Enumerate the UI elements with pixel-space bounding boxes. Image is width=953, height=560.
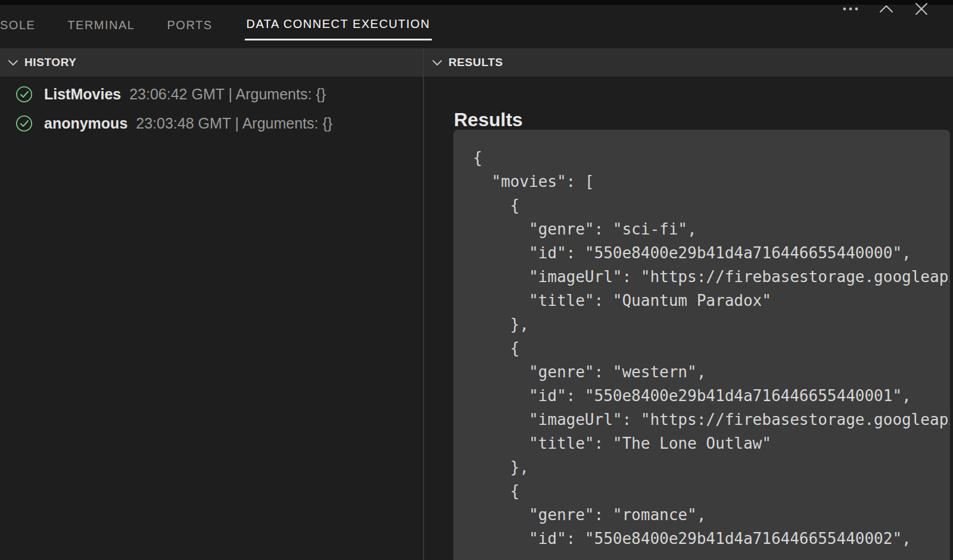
history-item-listmovies[interactable]: ListMovies 23:06:42 GMT | Arguments: {} <box>0 80 423 109</box>
tab-terminal[interactable]: TERMINAL <box>67 5 135 40</box>
tab-data-connect-execution[interactable]: DATA CONNECT EXECUTION <box>245 5 432 40</box>
data-connect-execution-view: HISTORY ListMovies 23:06:42 GMT | Argume… <box>0 48 953 560</box>
history-panel: HISTORY ListMovies 23:06:42 GMT | Argume… <box>0 48 424 560</box>
chevron-down-icon <box>8 60 18 66</box>
results-section-header[interactable]: RESULTS <box>424 48 953 77</box>
operation-name: ListMovies <box>44 86 121 103</box>
results-heading: Results <box>454 109 523 131</box>
panel-tab-bar: SOLE TERMINAL PORTS DATA CONNECT EXECUTI… <box>0 5 953 48</box>
operation-meta: 23:06:42 GMT | Arguments: {} <box>129 86 326 103</box>
history-item-anonymous[interactable]: anonymous 23:03:48 GMT | Arguments: {} <box>0 109 423 138</box>
more-actions-button[interactable] <box>842 0 859 18</box>
tab-ports[interactable]: PORTS <box>167 5 212 40</box>
close-panel-button[interactable] <box>912 0 930 18</box>
chevron-down-icon <box>432 60 443 66</box>
results-json-code: { "movies": [ { "genre": "sci-fi", "id":… <box>453 130 950 560</box>
results-section-title: RESULTS <box>449 56 503 69</box>
maximize-panel-button[interactable] <box>877 0 895 18</box>
ellipsis-icon <box>842 7 859 11</box>
operation-name: anonymous <box>44 115 127 132</box>
results-panel: RESULTS Results { "movies": [ { "genre":… <box>424 48 953 560</box>
window-top-edge <box>0 0 953 5</box>
check-circle-icon <box>15 86 33 103</box>
chevron-up-icon <box>879 5 893 13</box>
history-section-header[interactable]: HISTORY <box>0 48 423 77</box>
close-icon <box>915 2 928 15</box>
history-list: ListMovies 23:06:42 GMT | Arguments: {} … <box>0 77 423 138</box>
history-section-title: HISTORY <box>24 56 77 69</box>
bottom-panel: SOLE TERMINAL PORTS DATA CONNECT EXECUTI… <box>0 0 953 560</box>
check-circle-icon <box>15 115 33 132</box>
results-json-card: { "movies": [ { "genre": "sci-fi", "id":… <box>453 130 950 560</box>
operation-meta: 23:03:48 GMT | Arguments: {} <box>136 115 332 132</box>
tab-console[interactable]: SOLE <box>0 5 35 40</box>
